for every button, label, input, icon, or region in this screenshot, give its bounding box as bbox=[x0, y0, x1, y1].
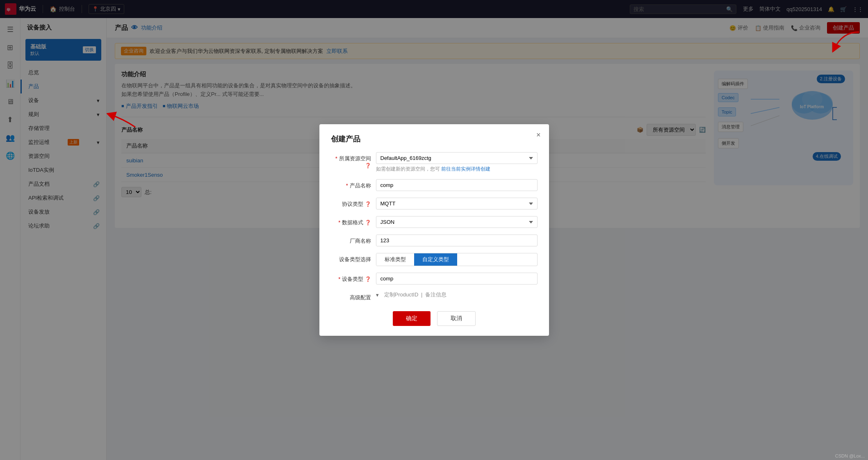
modal-title: 创建产品 bbox=[331, 134, 538, 144]
custom-type-btn[interactable]: 自定义类型 bbox=[414, 253, 457, 266]
advanced-config-links: 定制ProductID | 备注信息 bbox=[383, 291, 448, 298]
resource-space-dropdown[interactable]: DefaultApp_6169zctg bbox=[376, 152, 538, 164]
create-product-modal: 创建产品 × 所属资源空间 ❓ DefaultApp_6169zctg 如需创建… bbox=[319, 124, 549, 336]
device-type-input[interactable] bbox=[376, 273, 538, 285]
resource-space-label: 所属资源空间 ❓ bbox=[331, 152, 376, 169]
advanced-config-label: 高级配置 bbox=[331, 291, 376, 301]
form-row-device-type: 设备类型 ❓ bbox=[331, 273, 538, 285]
remark-link[interactable]: 备注信息 bbox=[425, 291, 447, 298]
protocol-label: 协议类型 ❓ bbox=[331, 198, 376, 208]
device-type-label: 设备类型 ❓ bbox=[331, 273, 376, 283]
form-row-advanced-config: 高级配置 ▾ 定制ProductID | 备注信息 bbox=[331, 291, 538, 301]
cancel-btn[interactable]: 取消 bbox=[437, 311, 476, 326]
advanced-config-field: ▾ 定制ProductID | 备注信息 bbox=[376, 291, 538, 298]
device-type-field bbox=[376, 273, 538, 285]
manufacturer-label: 厂商名称 bbox=[331, 235, 376, 245]
modal-backdrop[interactable]: 创建产品 × 所属资源空间 ❓ DefaultApp_6169zctg 如需创建… bbox=[0, 0, 868, 460]
form-row-protocol: 协议类型 ❓ MQTT CoAP HTTP bbox=[331, 198, 538, 210]
standard-type-btn[interactable]: 标准类型 bbox=[376, 253, 414, 266]
chevron-down-icon: ▾ bbox=[376, 292, 379, 298]
product-name-field bbox=[376, 179, 538, 191]
modal-footer: 确定 取消 bbox=[331, 311, 538, 326]
product-name-label: 产品名称 bbox=[331, 179, 376, 189]
custom-product-id-link[interactable]: 定制ProductID bbox=[384, 291, 419, 298]
modal-close-btn[interactable]: × bbox=[536, 131, 541, 139]
protocol-field: MQTT CoAP HTTP bbox=[376, 198, 538, 210]
resource-space-field: DefaultApp_6169zctg 如需创建新的资源空间，您可 前往当前实例… bbox=[376, 152, 538, 173]
device-type-toggle-group: 标准类型 自定义类型 bbox=[376, 253, 538, 266]
help-icon-protocol[interactable]: ❓ bbox=[365, 201, 371, 207]
manufacturer-input[interactable] bbox=[376, 235, 538, 246]
form-row-product-name: 产品名称 bbox=[331, 179, 538, 191]
form-row-device-type-selection: 设备类型选择 标准类型 自定义类型 bbox=[331, 253, 538, 266]
resource-space-hint-link[interactable]: 前往当前实例详情创建 bbox=[441, 166, 490, 172]
manufacturer-field bbox=[376, 235, 538, 246]
resource-space-hint: 如需创建新的资源空间，您可 前往当前实例详情创建 bbox=[376, 166, 538, 173]
form-row-manufacturer: 厂商名称 bbox=[331, 235, 538, 246]
device-type-selection-field: 标准类型 自定义类型 bbox=[376, 253, 538, 266]
data-format-label: 数据格式 ❓ bbox=[331, 216, 376, 226]
help-icon-device-type[interactable]: ❓ bbox=[365, 276, 371, 282]
protocol-dropdown[interactable]: MQTT CoAP HTTP bbox=[376, 198, 538, 210]
help-icon-data-format[interactable]: ❓ bbox=[365, 220, 371, 225]
form-row-resource-space: 所属资源空间 ❓ DefaultApp_6169zctg 如需创建新的资源空间，… bbox=[331, 152, 538, 173]
confirm-btn[interactable]: 确定 bbox=[393, 311, 431, 326]
advanced-config-toggle[interactable]: ▾ 定制ProductID | 备注信息 bbox=[376, 291, 538, 298]
help-icon-resource[interactable]: ❓ bbox=[365, 163, 371, 169]
watermark: CSDN @Lox... bbox=[835, 453, 865, 458]
device-type-selection-label: 设备类型选择 bbox=[331, 253, 376, 263]
form-row-data-format: 数据格式 ❓ JSON 二进制码流 bbox=[331, 216, 538, 228]
data-format-dropdown[interactable]: JSON 二进制码流 bbox=[376, 216, 538, 228]
product-name-input[interactable] bbox=[376, 179, 538, 191]
data-format-field: JSON 二进制码流 bbox=[376, 216, 538, 228]
